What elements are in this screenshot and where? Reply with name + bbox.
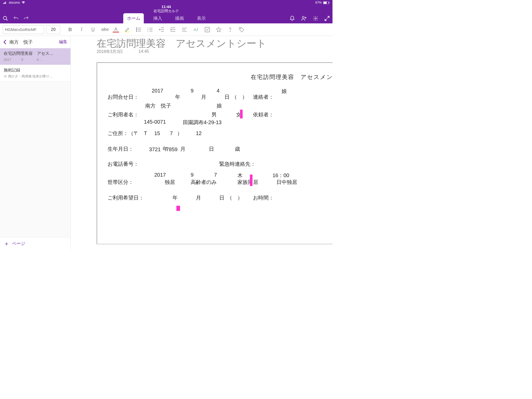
font-size-select[interactable]: 20 <box>46 25 60 34</box>
highlight-bottom <box>176 206 180 211</box>
star-tag-button[interactable] <box>216 26 222 33</box>
svg-text:A: A <box>193 28 196 32</box>
label-wishdate: ご利用希望日： <box>108 194 144 201</box>
label-phone: お電話番号： <box>108 161 139 168</box>
svg-rect-6 <box>329 2 329 3</box>
gear-icon[interactable] <box>313 16 318 21</box>
page-item-record[interactable]: 施術記録 ※ 両ひざ・両肩痛 段差が降り… <box>0 65 70 82</box>
section-title: 南方 悦子 <box>9 39 56 45</box>
label-contact-date: お問合せ日： <box>108 94 139 101</box>
svg-point-14 <box>136 28 137 28</box>
undo-icon[interactable] <box>13 16 19 21</box>
notebook-title: 在宅訪問カルテ <box>154 9 179 14</box>
label-wish-month: 月 <box>196 194 201 201</box>
ribbon-tabs: ホーム 挿入 描画 表示 <box>123 13 209 24</box>
svg-point-37 <box>230 31 230 31</box>
add-page-button[interactable]: ＋ ページ <box>0 237 70 249</box>
label-requester: 依頼者： <box>253 111 274 118</box>
wifi-icon <box>22 1 25 4</box>
highlight-button[interactable] <box>124 26 130 33</box>
fullscreen-icon[interactable] <box>324 16 330 21</box>
bullets-button[interactable] <box>136 26 142 33</box>
label-username: ご利用者名： <box>108 111 139 118</box>
svg-text:3: 3 <box>147 30 148 32</box>
value-year: 2017 <box>152 88 163 94</box>
edit-button[interactable]: 編集 <box>59 39 67 45</box>
underline-button[interactable]: U <box>90 27 96 32</box>
align-button[interactable] <box>181 26 188 33</box>
label-day: 日 <box>224 94 230 101</box>
todo-button[interactable] <box>204 26 210 33</box>
label-household: 世帯区分： <box>108 179 134 186</box>
value-ht: 16：00 <box>272 172 289 179</box>
value-contactby: 娘 <box>282 88 287 95</box>
value-dob1: 3721 <box>149 147 161 152</box>
tag-button[interactable] <box>238 26 245 33</box>
page-item-assessment[interactable]: 在宅訪問理美容 アセス… 2017 9 4… <box>0 48 70 65</box>
numbering-button[interactable]: 123 <box>147 26 153 33</box>
note-canvas[interactable]: 在宅訪問理美容 アセスメントシート 2018年3月3日 14:45 在宅訪問理美… <box>71 36 332 249</box>
svg-point-7 <box>3 16 7 20</box>
signal-icon <box>3 1 7 4</box>
battery-icon <box>323 1 329 4</box>
value-month: 9 <box>191 88 194 94</box>
page-date: 2018年3月3日 <box>97 49 123 55</box>
value-hy: 2017 <box>154 172 166 178</box>
svg-line-8 <box>6 19 8 21</box>
svg-rect-13 <box>125 32 130 32</box>
font-family-select[interactable]: HGMaruGothicMF <box>3 25 44 34</box>
indent-button[interactable] <box>170 26 176 33</box>
svg-point-38 <box>240 28 241 29</box>
label-wish-day: 日 <box>219 194 224 201</box>
label-paren1: （ ） <box>232 94 247 101</box>
label-dob-day: 日 <box>209 145 214 152</box>
form-box[interactable]: 在宅訪問理美容 アセスメントシート お問合せ日： 2017 年 9 月 4 日 … <box>97 62 332 244</box>
styles-button[interactable]: A <box>193 26 199 33</box>
value-dob2: 7859 <box>166 147 178 152</box>
share-person-icon[interactable] <box>301 16 307 21</box>
label-h3: 家族同居 <box>237 179 258 186</box>
search-icon[interactable] <box>3 16 8 21</box>
svg-point-9 <box>302 16 304 18</box>
label-emergency: 緊急時連絡先： <box>219 161 256 168</box>
page-time: 14:45 <box>138 49 149 55</box>
highlight-female <box>240 110 243 118</box>
value-zip: 145-0071 <box>144 119 166 125</box>
value-hw: 木 <box>237 172 243 179</box>
tab-draw[interactable]: 描画 <box>171 13 188 24</box>
svg-rect-1 <box>4 3 4 4</box>
value-hm: 9 <box>191 172 194 178</box>
tab-insert[interactable]: 挿入 <box>150 13 166 24</box>
outdent-button[interactable] <box>158 26 165 33</box>
label-male: 男 <box>211 111 217 118</box>
label-contactby: 連絡者： <box>253 94 274 101</box>
format-toolbar: HGMaruGothicMF 20 B I U abc A 123 A <box>0 23 332 36</box>
page-title: 在宅訪問理美容 アセスメントシート <box>71 36 332 50</box>
bold-button[interactable]: B <box>67 27 73 32</box>
help-button[interactable] <box>227 26 233 33</box>
bell-icon[interactable] <box>289 16 295 21</box>
highlight-household <box>250 175 252 186</box>
battery-label: 67% <box>315 1 322 4</box>
form-heading: 在宅訪問理美容 アセスメントシート <box>108 73 332 81</box>
value-name: 南方 悦子 <box>145 102 171 109</box>
font-color-button[interactable]: A <box>113 27 119 32</box>
label-wish-paren: （ ） <box>227 194 243 201</box>
svg-point-16 <box>136 29 137 30</box>
tab-view[interactable]: 表示 <box>193 13 209 24</box>
label-h2: 高齢者のみ <box>191 179 217 186</box>
tab-home[interactable]: ホーム <box>123 13 144 24</box>
value-day: 4 <box>217 88 220 94</box>
app-header: 11:44 在宅訪問カルテ ホーム 挿入 描画 表示 <box>0 5 332 23</box>
strikethrough-button[interactable]: abc <box>101 27 108 32</box>
header-time: 11:44 <box>162 5 171 9</box>
label-dob: 生年月日： <box>108 145 134 152</box>
label-h1: 独居 <box>165 179 175 186</box>
page-sidebar: 南方 悦子 編集 在宅訪問理美容 アセス… 2017 9 4… 施術記録 ※ 両… <box>0 36 71 249</box>
back-icon[interactable] <box>3 39 7 45</box>
italic-button[interactable]: I <box>78 27 85 32</box>
label-h4: 日中独居 <box>276 179 297 186</box>
redo-icon[interactable] <box>23 16 29 21</box>
label-address: ご住所：（〒 <box>108 130 139 137</box>
svg-point-12 <box>315 18 316 19</box>
